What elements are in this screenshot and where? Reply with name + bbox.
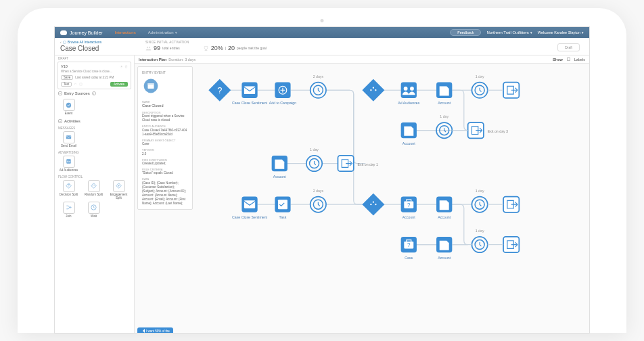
svg-text:1 day: 1 day bbox=[476, 189, 484, 193]
svg-text:2 days: 2 days bbox=[313, 74, 324, 78]
tile-join[interactable]: Join bbox=[57, 202, 80, 219]
node-random[interactable] bbox=[362, 194, 384, 216]
entry-sources-head[interactable]: −Entry Sourcesi bbox=[55, 89, 134, 97]
trophy-icon bbox=[203, 45, 209, 51]
svg-point-28 bbox=[370, 89, 371, 91]
svg-text:?: ? bbox=[407, 242, 411, 248]
tile-event[interactable]: Event bbox=[57, 99, 80, 116]
node-account[interactable]: Account bbox=[272, 156, 288, 179]
node-account[interactable]: Account bbox=[401, 122, 417, 145]
svg-point-10 bbox=[94, 185, 95, 186]
cat-advertising: ADVERTISING bbox=[55, 150, 134, 154]
node-decision[interactable]: ? bbox=[208, 79, 231, 101]
canvas-area: Interaction PlanDuration: 3 days Show La… bbox=[135, 55, 589, 333]
org-switcher[interactable]: Northern Trail Outfitters▾ bbox=[486, 30, 532, 35]
entry-event-icon bbox=[142, 77, 160, 95]
svg-point-32 bbox=[404, 87, 408, 91]
test-button[interactable]: Test bbox=[61, 82, 72, 87]
node-exit[interactable]: Exit on day 3 bbox=[468, 122, 508, 138]
delete-icon[interactable] bbox=[124, 65, 128, 68]
history-icon[interactable] bbox=[79, 83, 83, 86]
info-icon[interactable]: i bbox=[92, 91, 96, 95]
sub-header: ‹▢Browse All Interactions Case Closed SI… bbox=[55, 38, 589, 55]
node-exit[interactable] bbox=[503, 197, 519, 212]
chevron-down-icon: ▾ bbox=[175, 30, 177, 35]
collapse-icon: − bbox=[58, 91, 62, 95]
node-account[interactable]: Account bbox=[436, 197, 452, 220]
nav-administration[interactable]: Administration▾ bbox=[148, 30, 177, 35]
svg-rect-64 bbox=[362, 194, 384, 216]
chevron-down-icon: ▾ bbox=[530, 30, 532, 35]
svg-text:Task: Task bbox=[279, 215, 287, 219]
node-wait[interactable]: 2 days bbox=[310, 189, 326, 212]
svg-rect-31 bbox=[401, 83, 417, 98]
node-case[interactable]: ?Case bbox=[401, 237, 417, 260]
version-desc: When a Service Cloud case is close… bbox=[61, 70, 128, 73]
svg-text:Account: Account bbox=[273, 175, 286, 179]
svg-text:Case Close Sentiment: Case Close Sentiment bbox=[232, 215, 268, 219]
node-exit[interactable] bbox=[503, 83, 519, 98]
user-menu[interactable]: Welcome Karalee Slayton▾ bbox=[538, 30, 584, 35]
svg-point-2 bbox=[121, 66, 122, 66]
svg-text:Case Close Sentiment: Case Close Sentiment bbox=[232, 101, 268, 105]
save-button[interactable]: Save bbox=[61, 75, 73, 80]
activate-button[interactable]: Activate bbox=[110, 82, 128, 87]
gear-icon[interactable] bbox=[120, 65, 123, 68]
tile-send-email[interactable]: Send Email bbox=[57, 131, 80, 148]
node-account[interactable]: Account bbox=[436, 237, 452, 260]
svg-rect-27 bbox=[362, 79, 384, 101]
node-case[interactable]: ?Account bbox=[401, 197, 417, 220]
labels-checkbox[interactable] bbox=[567, 58, 570, 61]
tile-ad-audiences[interactable]: AdAd Audiences bbox=[57, 156, 80, 173]
top-nav: Interactions Administration▾ bbox=[115, 30, 177, 35]
nav-interactions[interactable]: Interactions bbox=[115, 30, 136, 35]
node-wait[interactable]: 1 day bbox=[472, 74, 487, 98]
svg-point-30 bbox=[373, 87, 374, 89]
node-task[interactable]: Task bbox=[275, 197, 290, 220]
svg-text:1 day: 1 day bbox=[476, 74, 484, 78]
node-wait[interactable]: 1 day bbox=[306, 147, 322, 171]
node-exit[interactable]: Exit on day 1 bbox=[338, 156, 377, 171]
tile-wait[interactable]: Wait bbox=[82, 202, 106, 219]
node-email[interactable]: Case Close Sentiment bbox=[232, 197, 268, 220]
app-screen: Journey Builder Interactions Administrat… bbox=[55, 27, 589, 333]
activities-head[interactable]: −Activities bbox=[55, 117, 134, 125]
node-exit[interactable] bbox=[503, 237, 519, 252]
svg-point-67 bbox=[373, 201, 374, 202]
svg-text:2 days: 2 days bbox=[313, 189, 324, 193]
goal-footer[interactable]: I want 50% of the bbox=[137, 327, 173, 333]
svg-text:Account: Account bbox=[438, 101, 451, 105]
svg-point-11 bbox=[93, 185, 94, 185]
people-icon bbox=[145, 45, 152, 51]
node-account[interactable]: Account bbox=[436, 83, 452, 106]
version-select[interactable]: V10 bbox=[61, 64, 118, 68]
svg-text:1 day: 1 day bbox=[476, 229, 484, 233]
svg-text:Exit on day 3: Exit on day 3 bbox=[488, 129, 508, 133]
node-email[interactable]: Case Close Sentiment bbox=[232, 83, 268, 106]
svg-text:?: ? bbox=[217, 85, 222, 95]
tile-engagement-split[interactable]: Engagement Split bbox=[107, 180, 131, 200]
svg-point-65 bbox=[370, 204, 371, 205]
salesforce-logo bbox=[60, 30, 67, 35]
breadcrumb[interactable]: ‹▢Browse All Interactions bbox=[60, 40, 140, 44]
node-wait[interactable]: 2 days bbox=[310, 74, 326, 98]
node-campaign[interactable]: Add to Campaign bbox=[269, 83, 297, 106]
app-brand: Journey Builder bbox=[70, 30, 103, 35]
node-wait[interactable]: 1 day bbox=[436, 114, 452, 138]
laptop-frame: Journey Builder Interactions Administrat… bbox=[18, 8, 626, 333]
node-wait[interactable]: 1 day bbox=[472, 229, 487, 252]
svg-text:Account: Account bbox=[438, 256, 451, 260]
svg-text:?: ? bbox=[68, 184, 70, 187]
node-adaud[interactable]: Ad Audiences bbox=[398, 83, 419, 106]
node-random[interactable] bbox=[362, 79, 384, 101]
node-wait[interactable]: 1 day bbox=[472, 189, 487, 212]
svg-point-9 bbox=[93, 185, 93, 186]
labels-text: Labels bbox=[574, 58, 585, 62]
undo-icon[interactable] bbox=[74, 83, 77, 86]
status-badge: Draft bbox=[557, 43, 580, 51]
feedback-button[interactable]: Feedback bbox=[450, 29, 481, 36]
tile-decision-split[interactable]: ?Decision Split bbox=[57, 180, 80, 200]
show-label: Show bbox=[553, 58, 563, 62]
tile-random-split[interactable]: Random Split bbox=[82, 180, 106, 200]
flow-canvas[interactable]: ? Case Close Sentiment Add to Campaign 2… bbox=[197, 65, 589, 333]
